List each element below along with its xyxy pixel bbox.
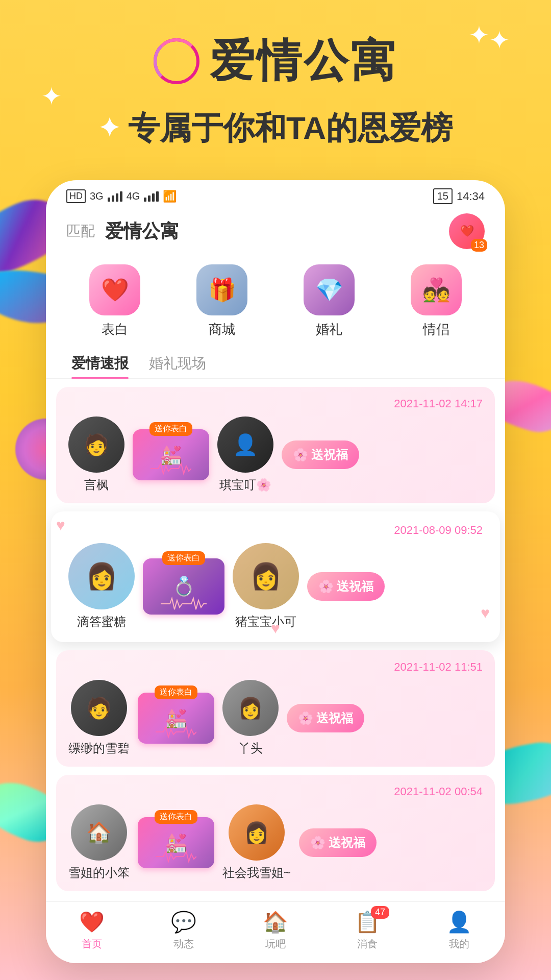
cards-container: 2021-11-02 14:17 🧑 言枫 送你表白 💒 <box>46 387 505 901</box>
stage-label-1: 送你表白 <box>162 551 205 565</box>
heartbeat-svg-1 <box>161 596 207 611</box>
avatar-user1-3: 🏠 <box>71 804 127 861</box>
nav-play-label: 玩吧 <box>265 937 286 951</box>
nav-home-label: 首页 <box>82 937 102 951</box>
match-label: 匹配 <box>66 222 95 241</box>
nav-activity-icon: 💬 <box>171 910 196 934</box>
send-btn-label-3: 送祝福 <box>329 835 365 851</box>
tab-wedding-scene[interactable]: 婚礼现场 <box>139 349 216 378</box>
signal-bars-1 <box>108 191 122 202</box>
menu-item-qinglv[interactable]: 💑 情侣 <box>411 264 462 338</box>
hunli-icon: 💎 <box>304 264 355 315</box>
menu-item-biaobai[interactable]: ❤️ 表白 <box>89 264 140 338</box>
username-1-left: 滴答蜜糖 <box>77 614 126 630</box>
deco-heart-left-1: ♥ <box>56 517 65 534</box>
network-4g: 4G <box>127 190 140 202</box>
send-btn-label-1: 送祝福 <box>337 578 373 595</box>
menu-item-hunli[interactable]: 💎 婚礼 <box>304 264 355 338</box>
app-header: 匹配 爱情公寓 ❤️ 13 <box>46 208 505 259</box>
nav-activity[interactable]: 💬 动态 <box>171 910 196 951</box>
avatar-img-user2-3: 👩 <box>229 804 285 861</box>
sparkle-icon-1: ✦ <box>468 20 490 50</box>
username-0-right: 琪宝叮🌸 <box>219 477 271 493</box>
card-time-0: 2021-11-02 14:17 <box>68 397 483 410</box>
nav-play-icon: 🏠 <box>263 910 288 934</box>
tab-love-news[interactable]: 爱情速报 <box>61 349 139 378</box>
avatar-user2-1: 👩 <box>233 543 299 609</box>
username-1-right: 猪宝宝小可 <box>235 614 296 630</box>
nav-profile-label: 我的 <box>449 937 469 951</box>
biaobai-icon: ❤️ <box>89 264 140 315</box>
nav-message[interactable]: 📋 47 消食 <box>355 910 380 951</box>
clock: 14:34 <box>457 190 485 203</box>
bottom-nav: ❤️ 首页 💬 动态 🏠 玩吧 📋 47 消食 👤 我的 <box>46 901 505 963</box>
card-content-0: 🧑 言枫 送你表白 💒 👤 琪宝叮🌸 <box>68 416 483 493</box>
avatar-img-user2-0: 👤 <box>217 416 273 473</box>
couple-card-1: ♥ ♥ ♥ 2021-08-09 09:52 👩 滴答蜜糖 送你表白 💍 <box>51 511 500 642</box>
send-btn-label-2: 送祝福 <box>316 710 353 726</box>
card-content-2: 🧑 缥缈的雪碧 送你表白 💒 👩 丫头 <box>68 680 483 756</box>
card-content-1: 👩 滴答蜜糖 送你表白 💍 👩 猪宝宝小可 <box>68 543 483 630</box>
app-subtitle: ✦ 专属于你和TA的恩爱榜 <box>31 107 520 150</box>
couple-card-3: 2021-11-02 00:54 🏠 雪姐的小笨 送你表白 💒 <box>56 775 495 891</box>
phone-mockup: HD 3G 4G 📶 15 14:34 匹配 <box>46 180 505 963</box>
avatar-img-user1-1: 👩 <box>68 543 135 609</box>
heart-icon: ❤️ <box>460 225 474 238</box>
nav-activity-label: 动态 <box>173 937 194 951</box>
flower-icon-2: 🌸 <box>298 711 313 725</box>
send-blessing-btn-1[interactable]: 🌸 送祝福 <box>307 572 385 601</box>
wedding-stage-2: 送你表白 💒 <box>138 693 214 744</box>
heartbeat-svg-0 <box>151 461 191 476</box>
avatar-user1-0: 🧑 <box>68 416 124 473</box>
wedding-stage-3: 送你表白 💒 <box>138 817 214 868</box>
username-2-right: 丫头 <box>238 740 263 756</box>
flower-icon-0: 🌸 <box>293 448 308 462</box>
nav-play[interactable]: 🏠 玩吧 <box>263 910 288 951</box>
stage-label-3: 送你表白 <box>155 810 197 824</box>
avatar-img-user1-2: 🧑 <box>71 680 127 736</box>
header-area: ✦ ✦ 爱情公寓 ✦ ✦ 专属于你和TA的恩爱榜 <box>0 0 551 160</box>
wifi-icon: 📶 <box>163 190 177 203</box>
username-3-right: 社会我雪姐~ <box>222 865 291 881</box>
heartbeat-svg-2 <box>156 724 196 740</box>
nav-message-badge: 📋 47 <box>355 910 380 934</box>
send-btn-label-0: 送祝福 <box>311 447 348 463</box>
network-3g: 3G <box>90 190 104 202</box>
send-blessing-btn-2[interactable]: 🌸 送祝福 <box>287 704 364 732</box>
send-blessing-btn-0[interactable]: 🌸 送祝福 <box>282 440 359 469</box>
stage-label-2: 送你表白 <box>155 685 197 699</box>
avatar-img-user1-3: 🏠 <box>71 804 127 861</box>
username-0-left: 言枫 <box>84 477 109 493</box>
app-title-row: 爱情公寓 ✦ <box>31 31 520 91</box>
wedding-stage-0: 送你表白 💒 <box>133 429 209 480</box>
icon-menu: ❤️ 表白 🎁 商城 💎 婚礼 💑 情侣 <box>46 259 505 349</box>
tabs-bar: 爱情速报 婚礼现场 <box>46 349 505 379</box>
card-time-3: 2021-11-02 00:54 <box>68 785 483 798</box>
qinglv-label: 情侣 <box>423 321 449 338</box>
nav-home[interactable]: ❤️ 首页 <box>79 910 105 951</box>
send-blessing-btn-3[interactable]: 🌸 送祝福 <box>299 828 377 857</box>
biaobai-label: 表白 <box>102 321 128 338</box>
status-bar: HD 3G 4G 📶 15 14:34 <box>46 180 505 208</box>
hd-badge: HD <box>66 189 86 203</box>
nav-home-icon: ❤️ <box>79 910 105 934</box>
sparkle-icon-3: ✦ <box>489 26 510 55</box>
badge-number: 13 <box>471 239 487 252</box>
nav-profile-icon: 👤 <box>446 910 472 934</box>
hunli-label: 婚礼 <box>316 321 342 338</box>
nav-message-label: 消食 <box>357 937 378 951</box>
avatar-user2-2: 👩 <box>222 680 279 736</box>
username-2-left: 缥缈的雪碧 <box>68 740 130 756</box>
heartbeat-svg-3 <box>156 849 196 864</box>
stage-label-0: 送你表白 <box>149 422 192 436</box>
avatar-img-user2-2: 👩 <box>222 680 279 736</box>
username-3-left: 雪姐的小笨 <box>68 865 130 881</box>
nav-profile[interactable]: 👤 我的 <box>446 910 472 951</box>
menu-item-shangcheng[interactable]: 🎁 商城 <box>196 264 247 338</box>
app-logo <box>154 38 199 84</box>
card-time-1: 2021-08-09 09:52 <box>68 524 483 537</box>
avatar-user1-1: 👩 <box>68 543 135 609</box>
heart-badge[interactable]: ❤️ 13 <box>449 213 485 249</box>
battery-icon: 15 <box>433 188 453 204</box>
card-time-2: 2021-11-02 11:51 <box>68 660 483 674</box>
